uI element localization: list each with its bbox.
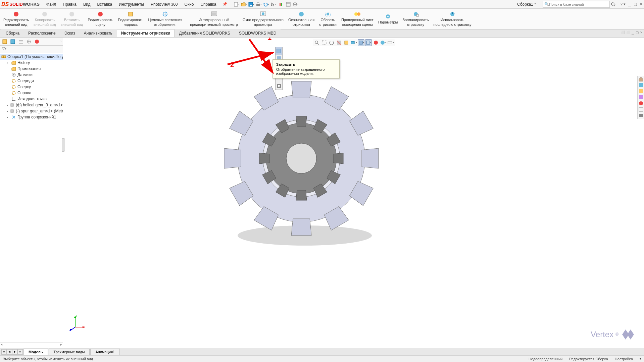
ribbon-integrated-preview[interactable]: Интегрированныйпредварительный просмотр	[188, 9, 240, 29]
tree-view4-icon[interactable]	[26, 38, 32, 45]
tab-mbd[interactable]: SOLIDWORKS MBD	[235, 29, 281, 37]
menu-window[interactable]: Окно	[181, 1, 197, 8]
ribbon-edit-appearance[interactable]: Редактироватьвнешний вид	[1, 9, 31, 29]
tree-part-spur[interactable]: ▸(-) spur gear_am<1> (Metric	[0, 108, 63, 114]
close-icon[interactable]: ✕	[640, 2, 643, 6]
tree-view3-icon[interactable]	[17, 38, 24, 45]
tab-render-tools[interactable]: Инструменты отрисовки	[117, 29, 175, 37]
ribbon-target-display[interactable]: Целевые состоянияотображения	[146, 9, 184, 29]
ribbon-options[interactable]: Параметры	[376, 9, 400, 29]
tab-first-icon[interactable]: ⏮	[1, 349, 7, 355]
tree-view1-icon[interactable]	[1, 38, 8, 45]
tree-view2-icon[interactable]	[9, 38, 16, 45]
taskpane-view-icon[interactable]	[638, 95, 644, 100]
search-dropdown-icon[interactable]: ▾	[610, 1, 616, 8]
taskpane-home-icon[interactable]	[638, 76, 644, 82]
settings-icon[interactable]: ▾	[292, 1, 299, 8]
taskpane-forum-icon[interactable]	[638, 113, 644, 118]
hidden-lines-icon[interactable]: ▾	[365, 39, 372, 46]
view-settings-icon[interactable]: ▾	[387, 39, 394, 46]
menu-view[interactable]: Вид	[80, 1, 94, 8]
search-input[interactable]	[549, 2, 606, 6]
print-icon[interactable]: ▾	[255, 1, 262, 8]
tree-top-plane[interactable]: Сверху	[0, 84, 63, 90]
taskpane-resources-icon[interactable]	[638, 83, 644, 88]
taskpane-custom-icon[interactable]	[638, 107, 644, 112]
previous-view-icon[interactable]	[328, 39, 335, 46]
doc-close-icon[interactable]: ✕	[640, 31, 643, 34]
apply-scene-icon[interactable]: ▾	[380, 39, 387, 46]
ribbon-schedule-render[interactable]: Запланироватьотрисовку	[401, 9, 431, 29]
panel-collapse-handle[interactable]	[62, 138, 65, 152]
ribbon-edit-scene[interactable]: Редактироватьсцену	[86, 9, 115, 29]
view-orientation-icon[interactable]	[343, 39, 350, 46]
tree-origin[interactable]: Исходная точка	[0, 96, 63, 102]
save-icon[interactable]: ▾	[248, 1, 255, 8]
dropdown-perspective[interactable]	[276, 82, 282, 90]
select-icon[interactable]: ▾	[270, 1, 277, 8]
tab-prev-icon[interactable]: ◀	[7, 349, 12, 355]
tree-root[interactable]: Сборка1 (По умолчанию<По у	[0, 54, 63, 60]
menu-help[interactable]: Справка	[197, 1, 219, 8]
tree-mates[interactable]: ▸Группа сопряжений1	[0, 114, 63, 120]
tab-evaluate[interactable]: Анализировать	[80, 29, 117, 37]
bottom-tab-3dviews[interactable]: Трехмерные виды	[49, 349, 90, 355]
open-icon[interactable]: ▾	[241, 1, 247, 8]
ribbon-light-proof[interactable]: Проверочный листосвещения сцены	[339, 9, 376, 29]
options-icon[interactable]	[285, 1, 292, 8]
menu-insert[interactable]: Вставка	[94, 1, 116, 8]
tree-part-helical[interactable]: ▸(ф) helical gear_3_am<1> (M	[0, 102, 63, 108]
display-style-icon[interactable]: ▾	[350, 39, 357, 46]
graphics-viewport[interactable]: ▾ ▾ ▾ ▾ ▾ Закрасить Отображение закрашен…	[63, 38, 644, 348]
ribbon-render-region[interactable]: Областьотрисовки	[317, 9, 339, 29]
bottom-tab-animation[interactable]: Анимация1	[90, 349, 120, 355]
minimize-icon[interactable]: ▁	[628, 2, 631, 6]
shaded-edges-icon[interactable]: ▾	[358, 39, 364, 46]
filter-icon[interactable]: ▽▾	[2, 46, 7, 50]
status-dropdown-icon[interactable]: ▾	[640, 357, 641, 361]
doc-expand2-icon[interactable]: ⬜	[626, 31, 630, 34]
menu-tools[interactable]: Инструменты	[115, 1, 147, 8]
tree-annotations[interactable]: Примечания	[0, 66, 63, 72]
tab-solidworks-addins[interactable]: Добавления SOLIDWORKS	[175, 29, 235, 37]
pin-icon[interactable]: 📌	[222, 2, 227, 6]
doc-expand-icon[interactable]: ⬜	[621, 31, 625, 34]
help-icon[interactable]: ? ▾	[621, 2, 626, 6]
bottom-tab-model[interactable]: Модель	[23, 349, 48, 355]
tree-sensors[interactable]: Датчики	[0, 72, 63, 78]
tree-scrollbar[interactable]: ◄►	[0, 343, 63, 348]
tab-layout[interactable]: Расположение	[24, 29, 60, 37]
menu-edit[interactable]: Правка	[59, 1, 80, 8]
tree-expand-icon[interactable]: ›	[60, 40, 61, 43]
tab-next-icon[interactable]: ▶	[12, 349, 17, 355]
zoom-fit-icon[interactable]	[313, 39, 320, 46]
new-icon[interactable]: ▾	[233, 1, 240, 8]
taskpane-appearance-icon[interactable]	[638, 101, 644, 106]
orientation-triad[interactable]: y x z	[69, 314, 86, 331]
ribbon-final-render[interactable]: Окончательнаяотрисовка	[286, 9, 316, 29]
taskpane-design-icon[interactable]	[638, 89, 644, 94]
ribbon-preview-window[interactable]: Окно предварительногопросмотра	[241, 9, 286, 29]
status-customize[interactable]: Настройка	[615, 357, 633, 361]
menu-photoview[interactable]: PhotoView 360	[147, 1, 181, 8]
tab-sketch[interactable]: Эскиз	[60, 29, 80, 37]
tree-history[interactable]: ▸History	[0, 60, 63, 66]
section-view-icon[interactable]	[336, 39, 342, 46]
doc-minimize-icon[interactable]: ▁	[632, 31, 634, 34]
doc-maximize-icon[interactable]: ▢	[636, 31, 639, 34]
tree-view5-icon[interactable]	[34, 38, 40, 45]
svg-point-27	[299, 12, 304, 16]
ribbon-recall-render[interactable]: Использоватьпоследнюю отрисовку	[432, 9, 474, 29]
ribbon-edit-decal[interactable]: Редактироватьнадпись	[116, 9, 145, 29]
zoom-area-icon[interactable]	[321, 39, 328, 46]
tree-right-plane[interactable]: Справа	[0, 90, 63, 96]
tab-last-icon[interactable]: ⏭	[17, 349, 23, 355]
maximize-icon[interactable]: ▢	[634, 2, 637, 6]
tree-front-plane[interactable]: Спереди	[0, 78, 63, 84]
search-box[interactable]: 🔍	[543, 1, 610, 8]
edit-appearance-icon[interactable]	[373, 39, 379, 46]
undo-icon[interactable]: ▾	[263, 1, 269, 8]
menu-file[interactable]: Файл	[43, 1, 60, 8]
rebuild-icon[interactable]	[278, 1, 284, 8]
tab-assembly[interactable]: Сборка	[1, 29, 24, 37]
